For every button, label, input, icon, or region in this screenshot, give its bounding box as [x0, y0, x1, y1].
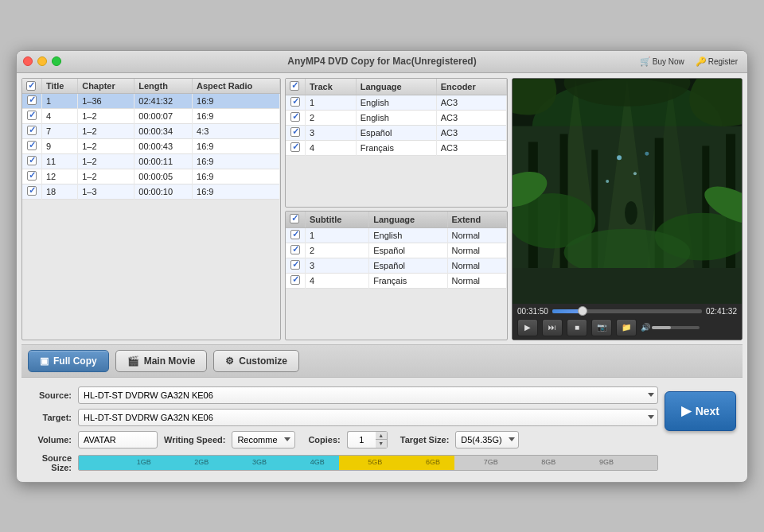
copy-mode-bar: ▣ Full Copy 🎬 Main Movie ⚙ Customize: [21, 344, 743, 378]
title-table-row[interactable]: 11 1–2 00:00:11 16:9: [22, 153, 280, 169]
track-checkbox[interactable]: [290, 142, 300, 152]
volume-bar[interactable]: [652, 326, 700, 329]
traffic-lights: [23, 56, 61, 66]
next-button[interactable]: ▶ Next: [665, 391, 736, 431]
sub-checkbox[interactable]: [290, 275, 300, 285]
track-row-check[interactable]: [286, 95, 306, 110]
register-button[interactable]: 🔑 Register: [692, 55, 741, 68]
target-dropdown[interactable]: HL-DT-ST DVDRW GA32N KE06: [78, 409, 658, 426]
folder-button[interactable]: 📁: [616, 319, 637, 336]
title-num: 11: [42, 153, 78, 169]
title-row-check[interactable]: [22, 108, 42, 123]
svg-point-21: [625, 200, 637, 224]
subtitle-table-row[interactable]: 1 English Normal: [286, 227, 507, 243]
next-frame-button[interactable]: ⏭: [542, 319, 563, 336]
title-table-row[interactable]: 9 1–2 00:00:43 16:9: [22, 138, 280, 153]
subtitle-table-row[interactable]: 3 Español Normal: [286, 258, 507, 273]
title-length: 00:00:11: [134, 153, 193, 169]
title-row-check[interactable]: [22, 184, 42, 199]
subtitle-table-row[interactable]: 4 Français Normal: [286, 273, 507, 288]
title-checkbox[interactable]: [27, 156, 37, 165]
form-rows-left: Source: HL-DT-ST DVDRW GA32N KE06 Target…: [28, 386, 658, 472]
form-rows-with-next: Source: HL-DT-ST DVDRW GA32N KE06 Target…: [28, 386, 736, 472]
title-checkbox[interactable]: [27, 95, 37, 105]
stop-button[interactable]: ■: [567, 319, 587, 336]
size-bar-container: 1GB 2GB 3GB 4GB 5GB 6GB 7GB 8GB 9GB: [78, 455, 658, 471]
screenshot-button[interactable]: 📷: [591, 319, 612, 336]
subtitle-table-row[interactable]: 2 Español Normal: [286, 243, 507, 258]
track-num: 1: [306, 95, 357, 110]
copies-increment[interactable]: ▲: [376, 432, 387, 441]
sub-extend: Normal: [447, 258, 507, 273]
title-row-check[interactable]: [22, 123, 42, 138]
close-button[interactable]: [23, 56, 33, 66]
track-row-check[interactable]: [286, 110, 306, 125]
progress-thumb[interactable]: [578, 306, 587, 316]
title-checkbox[interactable]: [27, 186, 37, 196]
title-check-header[interactable]: [22, 79, 42, 94]
track-table-row[interactable]: 1 English AC3: [286, 95, 507, 110]
title-checkbox[interactable]: [27, 171, 37, 181]
copies-input[interactable]: [347, 431, 376, 449]
minimize-button[interactable]: [37, 56, 47, 66]
main-movie-button[interactable]: 🎬 Main Movie: [115, 350, 208, 372]
title-aspect: 16:9: [193, 184, 280, 199]
title-row-check[interactable]: [22, 138, 42, 153]
sub-row-check[interactable]: [286, 227, 306, 243]
target-size-dropdown[interactable]: D5(4.35G): [455, 431, 518, 449]
title-checkbox[interactable]: [27, 126, 37, 135]
track-check-header[interactable]: [286, 79, 306, 95]
title-table-row[interactable]: 18 1–3 00:00:10 16:9: [22, 184, 280, 199]
track-table-row[interactable]: 2 English AC3: [286, 110, 507, 125]
sub-extend: Normal: [447, 273, 507, 288]
track-checkbox[interactable]: [290, 127, 300, 137]
encoder-col-header: Encoder: [436, 79, 506, 95]
track-row-check[interactable]: [286, 140, 306, 155]
target-size-label: Target Size:: [400, 435, 450, 445]
buy-now-button[interactable]: 🛒 Buy Now: [637, 55, 688, 68]
sub-row-check[interactable]: [286, 258, 306, 273]
track-all-checkbox[interactable]: [290, 81, 299, 91]
sub-checkbox[interactable]: [290, 260, 300, 270]
title-table-row[interactable]: 4 1–2 00:00:07 16:9: [22, 108, 280, 123]
video-preview: [513, 79, 742, 304]
sub-checkbox[interactable]: [290, 245, 300, 254]
customize-button[interactable]: ⚙ Customize: [213, 350, 299, 372]
sub-extend: Normal: [447, 243, 507, 258]
sub-checkbox[interactable]: [290, 230, 300, 239]
title-table-pane: Title Chapter Length Aspect Radio 1 1–36…: [21, 78, 281, 340]
sub-row-check[interactable]: [286, 243, 306, 258]
track-table-row[interactable]: 4 Français AC3: [286, 140, 507, 155]
track-row-check[interactable]: [286, 125, 306, 140]
title-table-row[interactable]: 12 1–2 00:00:05 16:9: [22, 169, 280, 184]
sub-check-header[interactable]: [286, 212, 306, 228]
progress-bar[interactable]: [552, 309, 702, 313]
title-row-check[interactable]: [22, 93, 42, 108]
maximize-button[interactable]: [52, 56, 61, 66]
sub-all-checkbox[interactable]: [290, 214, 299, 223]
track-table-row[interactable]: 3 Español AC3: [286, 125, 507, 140]
source-dropdown[interactable]: HL-DT-ST DVDRW GA32N KE06: [78, 386, 658, 404]
select-all-checkbox[interactable]: [26, 81, 36, 91]
track-checkbox[interactable]: [290, 112, 300, 122]
target-dropdown-arrow: [648, 415, 654, 419]
title-table-row[interactable]: 7 1–2 00:00:34 4:3: [22, 123, 280, 138]
copies-decrement[interactable]: ▼: [376, 440, 387, 448]
writing-speed-dropdown[interactable]: Recomme: [232, 431, 295, 449]
volume-input[interactable]: [78, 431, 158, 449]
titlebar-actions: 🛒 Buy Now 🔑 Register: [637, 55, 741, 68]
sub-row-check[interactable]: [286, 273, 306, 288]
sub-num: 2: [306, 243, 369, 258]
volume-icon: 🔊: [641, 323, 650, 332]
title-checkbox[interactable]: [27, 141, 37, 150]
title-table-row[interactable]: 1 1–36 02:41:32 16:9: [22, 93, 280, 108]
title-checkbox[interactable]: [27, 111, 37, 120]
play-button[interactable]: ▶: [517, 319, 538, 336]
title-chapter: 1–2: [78, 153, 134, 169]
track-checkbox[interactable]: [290, 97, 300, 107]
source-dropdown-arrow: [648, 393, 654, 397]
full-copy-button[interactable]: ▣ Full Copy: [28, 350, 109, 372]
window-title: AnyMP4 DVD Copy for Mac(Unregistered): [287, 56, 476, 67]
title-row-check[interactable]: [22, 153, 42, 169]
title-row-check[interactable]: [22, 169, 42, 184]
